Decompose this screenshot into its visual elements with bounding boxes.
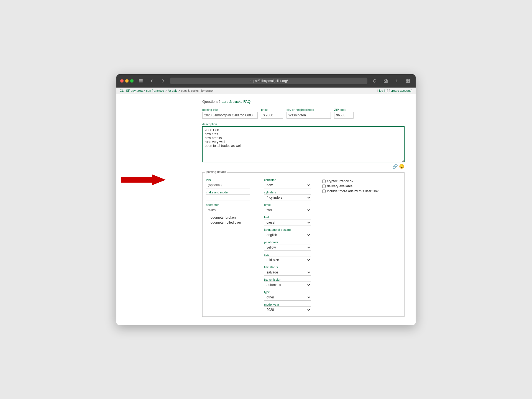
minimize-button[interactable] [125, 79, 129, 83]
odometer-rolled-checkbox-label[interactable]: odometer rolled over [206, 221, 256, 224]
breadcrumb: CL SF bay area > san francisco > for sal… [120, 89, 214, 92]
model-year-label: model year [264, 303, 314, 306]
posting-title-field: posting title [202, 108, 258, 119]
maximize-button[interactable] [130, 79, 134, 83]
svg-rect-8 [406, 81, 408, 83]
svg-rect-0 [139, 80, 142, 80]
login-link[interactable]: log in [379, 89, 386, 92]
breadcrumb-sfbay[interactable]: SF bay area [126, 89, 143, 92]
odometer-input[interactable] [206, 207, 250, 213]
type-label: type [264, 290, 314, 294]
details-col-3: cryptocurrency ok delivery available inc… [322, 178, 378, 313]
fuel-label: fuel [264, 216, 314, 219]
details-col-1: VIN make and model odometer [206, 178, 256, 313]
vin-field: VIN [206, 178, 256, 188]
city-label: city or neighborhood [287, 108, 331, 111]
posting-details-section: posting details VIN make and model [202, 172, 405, 317]
forward-button[interactable] [159, 77, 167, 85]
posting-title-input[interactable] [202, 112, 258, 119]
grid-button[interactable] [404, 77, 412, 85]
cylinders-field: cylinders 4 cylinders 5 cylinders 6 cyli… [264, 191, 314, 201]
odometer-broken-checkbox-label[interactable]: odometer broken [206, 216, 256, 219]
odometer-broken-checkbox[interactable] [206, 216, 209, 219]
svg-rect-7 [408, 79, 410, 81]
form-top-row: posting title price city or neighborhood… [202, 108, 405, 119]
price-field: price [261, 108, 283, 119]
page-content: Questions? cars & trucks FAQ posting tit… [116, 94, 416, 325]
details-columns: VIN make and model odometer [206, 178, 401, 313]
vin-label: VIN [206, 178, 256, 181]
faq-link[interactable]: cars & trucks FAQ [221, 99, 250, 104]
breadcrumb-sf[interactable]: san francisco [146, 89, 164, 92]
title-status-label: title status [264, 265, 314, 269]
breadcrumb-cl[interactable]: CL [120, 89, 124, 92]
drive-field: drive fwd rwd 4wd [264, 203, 314, 213]
city-field: city or neighborhood [287, 108, 331, 119]
breadcrumb-category: cars & trucks - by owner [181, 89, 214, 92]
description-icons: 🔗 😊 [202, 164, 405, 169]
sidebar-toggle-button[interactable] [137, 77, 145, 85]
language-select[interactable]: english spanish [264, 232, 311, 238]
svg-rect-2 [139, 82, 142, 82]
url-bar[interactable]: https://sfbay.craigslist.org/ [170, 78, 367, 84]
cylinders-select[interactable]: 4 cylinders 5 cylinders 6 cylinders 8 cy… [264, 194, 311, 201]
details-col-2: condition new like new excellent good fa… [264, 178, 314, 313]
city-input[interactable] [287, 112, 331, 119]
svg-rect-3 [385, 79, 387, 81]
language-label: language of posting [264, 228, 314, 231]
browser-chrome: https://sfbay.craigslist.org/ [116, 74, 416, 88]
posting-title-label: posting title [202, 108, 258, 111]
delivery-checkbox-label[interactable]: delivery available [322, 184, 378, 188]
traffic-lights [120, 79, 134, 83]
type-field: type bus convertible coupe sedan SUV / t… [264, 290, 314, 301]
delivery-label: delivery available [327, 184, 352, 188]
fuel-select[interactable]: gas diesel hybrid electric other [264, 219, 311, 226]
more-ads-checkbox[interactable] [322, 190, 326, 193]
svg-rect-9 [408, 81, 410, 83]
odometer-rolled-label: odometer rolled over [211, 221, 241, 224]
crypto-checkbox[interactable] [322, 180, 326, 183]
type-select[interactable]: bus convertible coupe sedan SUV / truck … [264, 294, 311, 301]
make-model-input[interactable] [206, 194, 250, 201]
svg-rect-6 [406, 79, 408, 81]
questions-line: Questions? cars & trucks FAQ [202, 99, 405, 104]
size-select[interactable]: compact mid-size full-size sub-compact [264, 257, 311, 263]
paint-color-label: paint color [264, 241, 314, 244]
red-arrow [121, 173, 166, 188]
drive-select[interactable]: fwd rwd 4wd [264, 207, 311, 213]
odometer-broken-label: odometer broken [211, 216, 236, 219]
close-button[interactable] [120, 79, 124, 83]
transmission-select[interactable]: automatic manual other [264, 282, 311, 288]
auth-links: [ log in ] [ create account ] [377, 89, 412, 92]
fuel-field: fuel gas diesel hybrid electric other [264, 216, 314, 226]
crypto-label: cryptocurrency ok [327, 179, 353, 183]
create-account-link[interactable]: create account [391, 89, 411, 92]
reload-button[interactable] [371, 77, 378, 85]
condition-select[interactable]: new like new excellent good fair salvage [264, 182, 311, 188]
back-button[interactable] [148, 77, 156, 85]
paint-color-field: paint color yellow black white red [264, 241, 314, 251]
model-year-select[interactable]: 2020 2019 2018 [264, 306, 311, 313]
price-label: price [261, 108, 283, 111]
delivery-checkbox[interactable] [322, 185, 326, 188]
description-section: description 9000 OBO new tires new break… [202, 122, 405, 169]
odometer-label: odometer [206, 203, 256, 206]
paint-color-select[interactable]: yellow black white red [264, 244, 311, 251]
title-status-field: title status clean salvage rebuilt parts… [264, 265, 314, 276]
odometer-field: odometer [206, 203, 256, 213]
crypto-checkbox-label[interactable]: cryptocurrency ok [322, 179, 378, 183]
price-input[interactable] [261, 112, 283, 119]
new-tab-button[interactable] [393, 77, 401, 85]
odometer-checkboxes: odometer broken odometer rolled over [206, 216, 256, 224]
make-model-field: make and model [206, 191, 256, 201]
transmission-field: transmission automatic manual other [264, 278, 314, 288]
share-button[interactable] [382, 77, 390, 85]
breadcrumb-forsale[interactable]: for sale [168, 89, 178, 92]
zip-input[interactable] [334, 112, 354, 119]
vin-input[interactable] [206, 182, 250, 188]
description-textarea[interactable]: 9000 OBO new tires new breaks runs very … [202, 126, 405, 162]
more-ads-checkbox-label[interactable]: include "more ads by this user" link [322, 189, 378, 193]
odometer-rolled-checkbox[interactable] [206, 221, 209, 224]
right-checkboxes: cryptocurrency ok delivery available inc… [322, 178, 378, 193]
title-status-select[interactable]: clean salvage rebuilt parts only lien mi… [264, 269, 311, 276]
